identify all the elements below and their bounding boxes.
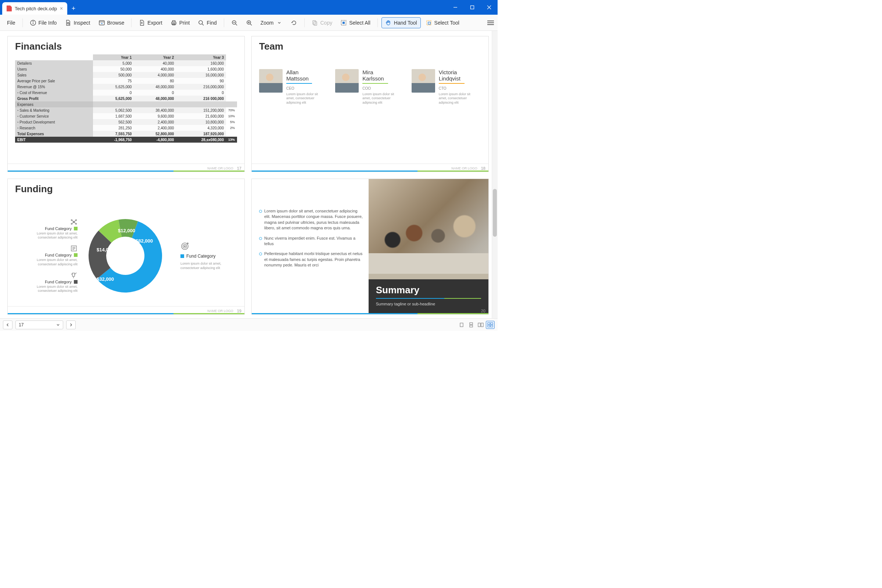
svg-point-6 <box>33 21 33 21</box>
copy-icon <box>312 20 318 26</box>
slide-summary[interactable]: Lorem ipsum dolor sit amet, consectetuer… <box>251 178 489 315</box>
svg-rect-11 <box>172 22 176 24</box>
separator <box>377 18 378 27</box>
slide-footer: NAME OR LOGO 17 <box>207 166 242 171</box>
avatar <box>335 69 358 93</box>
titlebar: Tech pitch deck.odp × + <box>0 0 498 15</box>
svg-rect-57 <box>490 325 493 327</box>
avatar <box>412 69 435 93</box>
donut-label: $32,000 <box>97 276 114 282</box>
svg-rect-50 <box>470 322 472 324</box>
svg-line-20 <box>250 24 252 26</box>
minimize-button[interactable] <box>447 0 464 15</box>
zoom-out-icon <box>231 20 238 26</box>
zoom-menu[interactable]: Zoom <box>257 18 286 28</box>
slide-team[interactable]: Team AllanMattssonCEOLorem ipsum dolor s… <box>251 36 489 172</box>
view-mode-buttons <box>457 321 495 329</box>
svg-rect-9 <box>99 21 104 25</box>
svg-point-7 <box>68 22 69 24</box>
member-role: COO <box>362 86 403 90</box>
summary-panel: Summary Summary tagline or sub-headline <box>369 279 488 314</box>
svg-rect-52 <box>478 323 480 327</box>
category-icon <box>70 218 78 226</box>
rotate-button[interactable] <box>287 18 301 28</box>
fund-category-right: Fund Category Lorem ipsum dolor sit amet… <box>180 241 236 270</box>
team-row: AllanMattssonCEOLorem ipsum dolor sit am… <box>252 54 488 105</box>
svg-rect-42 <box>72 273 75 276</box>
swatch-icon <box>74 227 78 230</box>
slide-title: Financials <box>8 36 244 54</box>
member-name: MiraKarlsson <box>362 69 403 82</box>
file-info-button[interactable]: File Info <box>27 18 60 28</box>
svg-point-48 <box>184 246 186 247</box>
svg-rect-12 <box>172 21 175 22</box>
browser-icon <box>99 20 105 26</box>
close-icon[interactable]: × <box>60 6 63 11</box>
fund-category: Fund CategoryLorem ipsum dolor sit amet,… <box>22 272 78 293</box>
maximize-button[interactable] <box>464 0 481 15</box>
svg-line-17 <box>236 24 237 26</box>
menu-button[interactable] <box>487 20 494 26</box>
member-role: CTO <box>439 86 479 90</box>
swatch-icon <box>74 280 78 284</box>
donut-chart: $12,000 $82,000 $14,000 $32,000 <box>81 212 170 300</box>
slide-financials[interactable]: Financials Year 1 Year 2 Year 3 Detailer… <box>8 36 245 172</box>
export-icon <box>138 20 145 26</box>
separator <box>224 18 224 27</box>
svg-rect-53 <box>481 323 483 327</box>
new-tab-button[interactable]: + <box>67 2 80 15</box>
view-single-button[interactable] <box>457 321 466 329</box>
search-icon <box>198 20 204 26</box>
browse-button[interactable]: Browse <box>95 18 128 28</box>
page-select[interactable]: 17 <box>15 321 63 329</box>
summary-tagline: Summary tagline or sub-headline <box>376 302 481 306</box>
view-two-page-button[interactable] <box>476 321 485 329</box>
close-button[interactable] <box>481 0 498 15</box>
view-grid-button[interactable] <box>486 321 495 329</box>
summary-body: Lorem ipsum dolor sit amet, consectetuer… <box>252 179 488 314</box>
hand-tool-button[interactable]: Hand Tool <box>381 17 421 28</box>
inspect-button[interactable]: Inspect <box>62 18 93 28</box>
select-all-icon <box>340 20 347 26</box>
rotate-icon <box>291 20 297 26</box>
category-icon <box>70 272 78 279</box>
member-name: VictoriaLindqvist <box>439 69 479 82</box>
separator <box>131 18 132 27</box>
select-tool-button[interactable]: Select Tool <box>422 18 463 28</box>
summary-image: Summary Summary tagline or sub-headline <box>369 179 488 314</box>
prev-page-button[interactable] <box>3 321 12 329</box>
find-button[interactable]: Find <box>194 18 220 28</box>
fund-categories-left: Fund CategoryLorem ipsum dolor sit amet,… <box>15 218 78 293</box>
avatar <box>259 69 283 93</box>
info-icon <box>30 20 36 26</box>
select-all-button[interactable]: Select All <box>337 18 374 28</box>
next-page-button[interactable] <box>66 321 76 329</box>
print-button[interactable]: Print <box>167 18 193 28</box>
tab-document[interactable]: Tech pitch deck.odp × <box>2 2 67 15</box>
svg-rect-1 <box>471 6 474 9</box>
slides-grid[interactable]: Financials Year 1 Year 2 Year 3 Detailer… <box>0 31 492 318</box>
scrollbar-thumb[interactable] <box>493 189 497 237</box>
vertical-scrollbar[interactable] <box>492 31 498 318</box>
svg-rect-24 <box>314 22 317 26</box>
category-icon <box>70 245 78 252</box>
member-desc: Lorem ipsum dolor sit amet, consectetuer… <box>362 92 403 105</box>
zoom-out-button[interactable] <box>228 18 241 28</box>
svg-line-8 <box>69 24 70 24</box>
zoom-in-button[interactable] <box>243 18 256 28</box>
member-name: AllanMattsson <box>286 69 327 82</box>
tab-title: Tech pitch deck.odp <box>15 6 57 11</box>
separator <box>304 18 304 27</box>
separator <box>22 18 23 27</box>
file-menu[interactable]: File <box>4 18 19 28</box>
summary-text: Lorem ipsum dolor sit amet, consectetuer… <box>252 179 369 314</box>
team-member: MiraKarlssonCOOLorem ipsum dolor sit ame… <box>335 69 405 105</box>
export-button[interactable]: Export <box>135 18 165 28</box>
view-continuous-button[interactable] <box>467 321 476 329</box>
team-member: VictoriaLindqvistCTOLorem ipsum dolor si… <box>412 69 481 105</box>
slide-funding[interactable]: Funding Fund CategoryLorem ipsum dolor s… <box>8 178 245 315</box>
document-search-icon <box>64 20 71 26</box>
svg-rect-23 <box>313 21 316 24</box>
hand-icon <box>385 20 392 26</box>
select-tool-icon <box>426 20 432 26</box>
